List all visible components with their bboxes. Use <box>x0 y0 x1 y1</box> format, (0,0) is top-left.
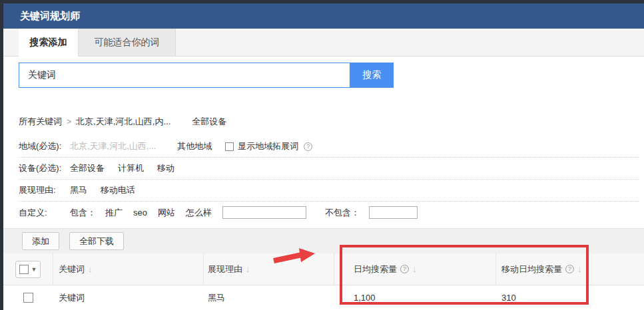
download-all-button[interactable]: 全部下载 <box>69 232 124 250</box>
sort-desc-icon[interactable]: ↓ <box>246 264 250 274</box>
chevron-down-icon: ▼ <box>31 266 37 273</box>
row-select-cell <box>3 293 53 303</box>
exclude-label: 不包含： <box>325 207 360 219</box>
reason-option-mobile-phone[interactable]: 移动电话 <box>101 184 135 196</box>
search-row: 搜索 <box>19 63 644 88</box>
table-header-row: ▼ 关键词 ↓ 展现理由 ↓ 日均搜索量 ? ↓ 移动日均搜索量 ? ↓ <box>3 253 644 285</box>
include-input[interactable] <box>222 206 306 219</box>
select-all-checkbox[interactable] <box>19 265 29 274</box>
include-token[interactable]: 网站 <box>158 207 175 219</box>
filter-row-custom: 自定义: 包含： 推广 seo 网站 怎么样 不包含： <box>19 201 639 224</box>
breadcrumb-root[interactable]: 所有关键词 <box>19 116 62 128</box>
help-icon[interactable]: ? <box>304 142 312 151</box>
column-label: 关键词 <box>59 263 85 275</box>
header-daily-search-volume[interactable]: 日均搜索量 ? ↓ <box>334 253 496 285</box>
device-label: 设备(必选): <box>19 162 70 174</box>
column-label: 移动日均搜索量 <box>501 263 562 275</box>
reason-option-dark-horse[interactable]: 黑马 <box>70 184 87 196</box>
cell-daily-search: 1,100 <box>334 293 496 303</box>
table-row: 关键词 黑马 1,100 310 <box>3 285 644 310</box>
header-keyword[interactable]: 关键词 ↓ <box>53 253 204 285</box>
include-token[interactable]: 推广 <box>105 207 123 219</box>
column-label: 日均搜索量 <box>354 263 397 275</box>
tab-label: 可能适合你的词 <box>95 37 160 49</box>
search-button[interactable]: 搜索 <box>350 63 394 88</box>
reason-label: 展现理由: <box>19 184 70 196</box>
region-label: 地域(必选): <box>19 140 70 152</box>
column-label: 展现理由 <box>208 263 242 275</box>
add-button[interactable]: 添加 <box>22 232 59 250</box>
device-option-mobile[interactable]: 移动 <box>157 162 174 174</box>
cell-reason: 黑马 <box>204 292 334 304</box>
keyword-search-input[interactable] <box>19 63 350 88</box>
tab-search-add[interactable]: 搜索添加 <box>19 29 79 57</box>
header-mobile-daily-search-volume[interactable]: 移动日均搜索量 ? ↓ <box>496 263 644 275</box>
keyword-planner-dialog: 关键词规划师 搜索添加 可能适合你的词 搜索 所有关键词 > 北京,天津,河北,… <box>3 3 644 310</box>
show-region-expansion-checkbox[interactable] <box>225 142 234 151</box>
filter-row-device: 设备(必选): 全部设备 计算机 移动 <box>19 157 639 179</box>
show-region-expansion-label: 显示地域拓展词 <box>238 140 298 152</box>
region-value: 北京,天津,河北,山西,... <box>70 140 156 152</box>
breadcrumb-separator-icon: > <box>67 117 71 126</box>
tab-suggested-words[interactable]: 可能适合你的词 <box>79 29 176 56</box>
sort-desc-icon[interactable]: ↓ <box>412 264 417 274</box>
header-select-cell: ▼ <box>3 253 53 285</box>
filter-row-reason: 展现理由: 黑马 移动电话 <box>19 179 639 201</box>
cell-keyword: 关键词 <box>53 292 204 304</box>
help-icon[interactable]: ? <box>400 265 409 273</box>
sort-desc-icon[interactable]: ↓ <box>88 264 93 274</box>
device-option-all[interactable]: 全部设备 <box>70 162 105 174</box>
include-label: 包含： <box>70 207 96 219</box>
custom-label: 自定义: <box>19 207 70 219</box>
include-token[interactable]: 怎么样 <box>186 207 212 219</box>
breadcrumb: 所有关键词 > 北京,天津,河北,山西,内... 全部设备 <box>19 116 644 128</box>
include-token[interactable]: seo <box>133 208 147 218</box>
dialog-title: 关键词规划师 <box>3 3 644 29</box>
filter-row-region: 地域(必选): 北京,天津,河北,山西,... 其他地域 显示地域拓展词 ? <box>19 136 639 157</box>
row-checkbox[interactable] <box>23 293 33 303</box>
device-option-computer[interactable]: 计算机 <box>118 162 144 174</box>
table-toolbar: 添加 全部下载 <box>3 228 644 253</box>
help-icon[interactable]: ? <box>565 265 574 273</box>
exclude-input[interactable] <box>369 206 418 219</box>
cell-mobile-daily-search: 310 <box>496 293 644 303</box>
breadcrumb-device[interactable]: 全部设备 <box>192 116 226 128</box>
header-reason[interactable]: 展现理由 ↓ <box>204 253 334 285</box>
sort-desc-icon[interactable]: ↓ <box>577 264 582 274</box>
other-region-link[interactable]: 其他地域 <box>177 140 212 152</box>
tab-bar: 搜索添加 可能适合你的词 <box>3 29 644 57</box>
tab-label: 搜索添加 <box>30 37 67 49</box>
breadcrumb-region[interactable]: 北京,天津,河北,山西,内... <box>76 116 170 128</box>
select-all-dropdown[interactable]: ▼ <box>15 261 41 278</box>
filter-panel: 地域(必选): 北京,天津,河北,山西,... 其他地域 显示地域拓展词 ? 设… <box>19 136 639 224</box>
